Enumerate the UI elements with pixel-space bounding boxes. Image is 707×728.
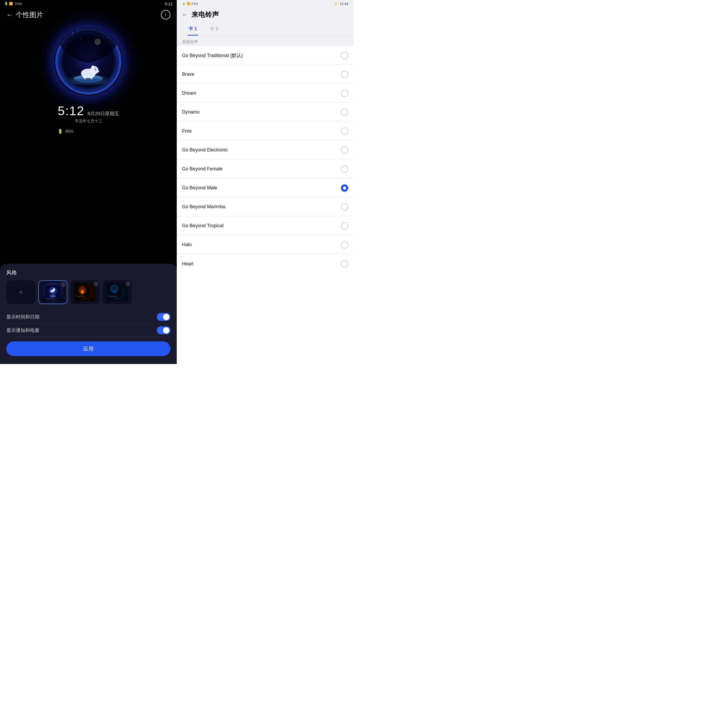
ringtone-item[interactable]: Dream [177, 84, 354, 103]
ringtone-item[interactable]: Free [177, 122, 354, 141]
svg-text:5:12 8月20日星期五: 5:12 8月20日星期五 [75, 296, 85, 297]
left-back-button[interactable]: ← 个性图片 [6, 10, 43, 19]
svg-point-22 [70, 78, 107, 84]
wallpaper-bg [54, 27, 123, 96]
svg-point-40 [112, 289, 117, 293]
left-panel: 🔋 📶 3 K/s 5:12 ← 个性图片 i [0, 0, 177, 364]
svg-point-15 [95, 70, 99, 73]
ringtone-item[interactable]: Dynamo [177, 103, 354, 122]
ringtone-item[interactable]: Go Beyond Female [177, 160, 354, 179]
apply-button[interactable]: 应用 [6, 341, 171, 356]
ringtone-name: Brave [182, 72, 194, 77]
right-status-right: ⚡ 12:44 [334, 2, 348, 6]
radio-button[interactable] [341, 222, 348, 230]
ringtone-item[interactable]: Go Beyond Male [177, 179, 354, 198]
right-speed: 0 K/s [191, 2, 198, 5]
settings-dot-1: ⚙ [61, 282, 65, 287]
svg-point-27 [50, 295, 56, 297]
ringtone-name: Go Beyond Tropical [182, 223, 224, 228]
right-header: ← 来电铃声 [177, 7, 354, 22]
toggle-time-date-row: 显示时间和日期 [6, 311, 171, 324]
right-back-button[interactable]: ← [182, 11, 188, 18]
toggle-time-date-switch[interactable] [157, 313, 171, 321]
ringtone-item[interactable]: Go Beyond Electronic [177, 141, 354, 160]
left-status-speed: 3 K/s [15, 2, 22, 5]
style-section-title: 风格 [6, 269, 171, 276]
style-add-button[interactable]: + [6, 280, 35, 304]
radio-button[interactable] [341, 127, 348, 135]
radio-button[interactable] [341, 203, 348, 211]
section-header-label: 系统铃声 [182, 39, 198, 44]
svg-point-35 [81, 291, 84, 293]
toggle-notification-row: 显示通知和电量 [6, 324, 171, 337]
settings-dot-2: ⚙ [94, 282, 98, 286]
bear-thumbnail: 5:12 8月20日星期五 [42, 283, 64, 301]
right-page-title: 来电铃声 [191, 10, 219, 19]
style-item-ocean[interactable]: 5:12 8月20日星期五 ⚙ [103, 280, 132, 304]
ocean-thumbnail: 5:12 8月20日星期五 [107, 283, 127, 301]
right-time: 12:44 [340, 2, 348, 6]
ringtone-item[interactable]: Go Beyond Tropical [177, 217, 354, 235]
info-button[interactable]: i [161, 10, 171, 19]
add-icon: + [19, 288, 23, 296]
left-status-time: 5:12 [165, 1, 172, 6]
style-item-bear[interactable]: 5:12 8月20日星期五 ⚙ [38, 280, 67, 304]
right-battery-icon: 🔋 [182, 2, 186, 6]
left-status-bar: 🔋 📶 3 K/s 5:12 [0, 0, 177, 7]
radio-button[interactable] [341, 184, 348, 192]
left-page-title: 个性图片 [16, 10, 43, 19]
ringtone-name: Dynamo [182, 110, 200, 115]
bear-scene-svg [54, 27, 123, 96]
right-charge-icon: ⚡ [334, 2, 338, 6]
ringtone-item[interactable]: Go Beyond Traditional (默认) [177, 46, 354, 65]
tab-bar: 卡 1 卡 2 [177, 22, 354, 36]
radio-button[interactable] [341, 165, 348, 173]
ringtone-item[interactable]: Halo [177, 235, 354, 254]
radio-button[interactable] [341, 71, 348, 78]
ringtone-list: Go Beyond Traditional (默认)BraveDreamDyna… [177, 46, 354, 364]
ringtone-name: Go Beyond Marimba [182, 204, 226, 209]
svg-point-17 [95, 69, 96, 69]
left-status-icons: 🔋 📶 [4, 2, 13, 6]
radio-button[interactable] [341, 241, 348, 248]
wallpaper-preview [54, 27, 123, 96]
radio-button[interactable] [341, 146, 348, 154]
tab-card2-label: 卡 2 [210, 26, 218, 31]
radio-button[interactable] [341, 260, 348, 267]
info-icon: i [165, 12, 166, 17]
left-header: ← 个性图片 i [0, 7, 177, 22]
thumb-bear-svg: 5:12 8月20日星期五 [45, 285, 61, 300]
battery-display: 🔋 46% [58, 129, 119, 134]
radio-button[interactable] [341, 108, 348, 116]
clock-date: 8月20日星期五 [88, 110, 119, 117]
right-signal-icon: 📶 [187, 2, 191, 6]
settings-dot-3: ⚙ [126, 282, 130, 286]
right-panel: 🔋 📶 0 K/s ⚡ 12:44 ← 来电铃声 卡 1 卡 2 系统铃声 Go… [177, 0, 354, 364]
svg-point-16 [95, 69, 96, 70]
svg-rect-21 [82, 74, 85, 77]
ringtone-item[interactable]: Heart [177, 254, 354, 273]
radio-button[interactable] [341, 90, 348, 97]
ringtone-item[interactable]: Go Beyond Marimba [177, 198, 354, 217]
clock-time: 5:12 [58, 104, 84, 118]
clock-lunar: 辛丑年七月十三 [58, 118, 119, 124]
fire-thumbnail: 5:12 8月20日星期五 [74, 283, 95, 301]
battery-percent: 46% [65, 129, 74, 134]
style-item-fire[interactable]: 5:12 8月20日星期五 ⚙ [71, 280, 100, 304]
thumb-fire-svg: 5:12 8月20日星期五 [74, 283, 90, 298]
toggle-time-date-label: 显示时间和日期 [6, 314, 39, 320]
ringtone-name: Go Beyond Electronic [182, 147, 228, 153]
tab-card1[interactable]: 卡 1 [182, 23, 203, 36]
ringtone-name: Halo [182, 242, 192, 247]
ringtone-name: Go Beyond Female [182, 166, 223, 172]
ringtone-item[interactable]: Brave [177, 65, 354, 84]
ringtone-name: Go Beyond Traditional (默认) [182, 52, 243, 59]
radio-button[interactable] [341, 52, 348, 59]
toggle-notification-label: 显示通知和电量 [6, 327, 39, 334]
ringtone-name: Heart [182, 261, 194, 267]
section-header: 系统铃声 [177, 36, 354, 46]
toggle-notification-switch[interactable] [157, 326, 171, 334]
tab-card2[interactable]: 卡 2 [203, 23, 225, 36]
bottom-panel: 风格 + 5:12 8月20日星期五 [0, 264, 177, 364]
apply-label: 应用 [83, 345, 94, 352]
